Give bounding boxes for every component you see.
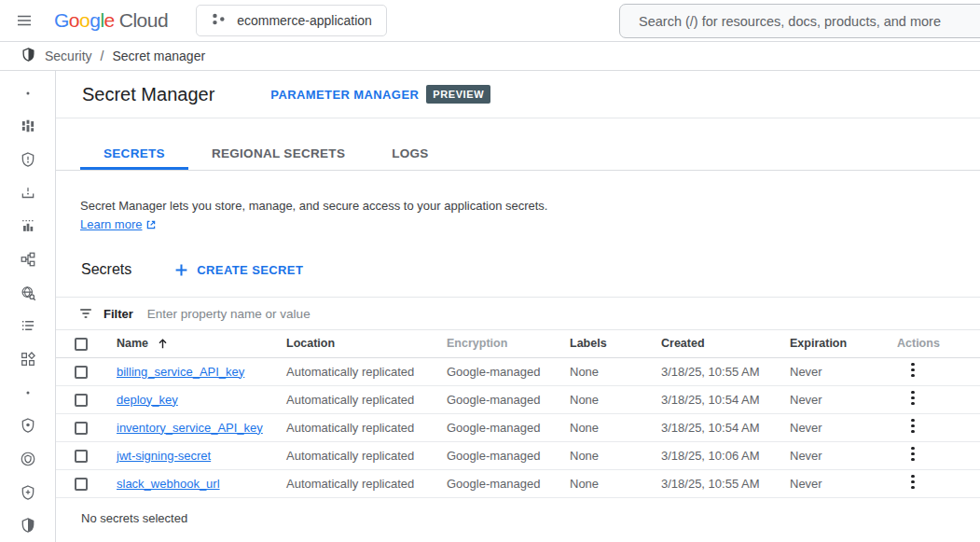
cell-location: Automatically replicated	[273, 357, 434, 385]
secret-name-link[interactable]: deploy_key	[117, 393, 178, 407]
table-row: billing_service_API_key Automatically re…	[56, 357, 980, 385]
row-actions-menu-icon[interactable]	[905, 387, 920, 410]
row-checkbox[interactable]	[75, 422, 88, 435]
cell-encryption: Google-managed	[434, 357, 557, 385]
table-row: slack_webhook_url Automatically replicat…	[56, 469, 980, 497]
column-header-expiration[interactable]: Expiration	[777, 330, 884, 357]
row-checkbox[interactable]	[75, 394, 88, 407]
filter-bar: Filter	[56, 298, 980, 330]
cell-labels: None	[557, 469, 648, 497]
secret-name-link[interactable]: billing_service_API_key	[117, 365, 244, 379]
external-link-icon	[145, 219, 157, 230]
cell-expiration: Never	[777, 357, 884, 385]
secret-name-link[interactable]: slack_webhook_url	[117, 477, 220, 491]
cell-labels: None	[557, 441, 648, 469]
nav-overview-blocks-icon[interactable]	[0, 110, 56, 144]
project-selector-label: ecommerce-application	[237, 13, 372, 28]
column-header-encryption: Encryption	[434, 330, 557, 357]
column-header-actions: Actions	[884, 330, 980, 357]
row-actions-menu-icon[interactable]	[905, 471, 920, 493]
cell-created: 3/18/25, 10:54 AM	[648, 413, 777, 441]
column-header-labels[interactable]: Labels	[557, 330, 648, 357]
tab-secrets[interactable]: SECRETS	[80, 137, 188, 170]
learn-more-link[interactable]: Learn more	[80, 215, 157, 234]
column-header-location[interactable]: Location	[273, 330, 434, 357]
cell-labels: None	[557, 413, 648, 441]
create-secret-label: CREATE SECRET	[197, 263, 303, 277]
cell-location: Automatically replicated	[273, 441, 434, 469]
table-row: deploy_key Automatically replicated Goog…	[56, 385, 980, 413]
tab-bar: SECRETS REGIONAL SECRETS LOGS	[56, 137, 980, 171]
tab-regional-secrets[interactable]: REGIONAL SECRETS	[188, 137, 368, 170]
global-search[interactable]	[619, 4, 980, 38]
tab-logs[interactable]: LOGS	[368, 137, 451, 170]
cell-created: 3/18/25, 10:54 AM	[648, 385, 777, 413]
preview-badge: PREVIEW	[426, 85, 490, 104]
column-header-created[interactable]: Created	[648, 330, 777, 357]
nav-dot-icon-2[interactable]	[0, 376, 56, 410]
cell-created: 3/18/25, 10:55 AM	[648, 357, 777, 385]
create-secret-button[interactable]: CREATE SECRET	[174, 263, 303, 277]
cell-created: 3/18/25, 10:55 AM	[648, 469, 777, 497]
nav-shield-alert-icon[interactable]	[0, 143, 56, 176]
cell-expiration: Never	[777, 413, 884, 441]
selection-status: No secrets selected	[81, 511, 980, 525]
nav-category-icon[interactable]	[0, 342, 56, 376]
filter-label: Filter	[104, 307, 133, 321]
table-row: jwt-signing-secret Automatically replica…	[56, 441, 980, 469]
intro-text: Secret Manager lets you store, manage, a…	[80, 197, 980, 215]
nav-list-icon[interactable]	[0, 309, 56, 342]
filter-icon	[78, 306, 93, 321]
secret-name-link[interactable]: jwt-signing-secret	[117, 449, 211, 463]
cell-encryption: Google-managed	[434, 469, 557, 497]
page-title: Secret Manager	[82, 84, 214, 105]
left-nav-rail	[0, 71, 56, 542]
page-header: Secret Manager PARAMETER MANAGER PREVIEW	[56, 71, 980, 118]
intro-text-block: Secret Manager lets you store, manage, a…	[80, 197, 980, 234]
breadcrumb-section[interactable]: Security	[45, 49, 92, 63]
secrets-section-header: Secrets CREATE SECRET	[81, 258, 980, 281]
breadcrumb: Security / Secret manager	[0, 42, 980, 71]
parameter-manager-link[interactable]: PARAMETER MANAGER	[270, 88, 419, 102]
nav-network-icon[interactable]	[0, 243, 56, 276]
global-search-input[interactable]	[620, 14, 980, 29]
nav-bar-chart-icon[interactable]	[0, 210, 56, 243]
nav-shield-dot-icon[interactable]	[0, 409, 56, 442]
cell-labels: None	[557, 385, 648, 413]
cell-location: Automatically replicated	[273, 469, 434, 497]
nav-web-scanner-icon[interactable]	[0, 276, 56, 310]
plus-icon	[174, 263, 188, 277]
nav-shield-circle-icon[interactable]	[0, 442, 56, 476]
select-all-checkbox[interactable]	[75, 338, 88, 351]
cell-location: Automatically replicated	[273, 413, 434, 441]
google-cloud-logo[interactable]: Google Cloud	[54, 9, 168, 32]
security-shield-icon	[21, 47, 36, 65]
filter-input[interactable]	[147, 307, 980, 321]
nav-shield-half-icon[interactable]	[0, 508, 56, 542]
breadcrumb-page: Secret manager	[112, 49, 205, 63]
learn-more-label: Learn more	[80, 215, 142, 234]
secret-name-link[interactable]: inventory_service_API_key	[117, 421, 263, 435]
secrets-table-card: Filter Name Location Encry	[56, 297, 980, 498]
row-checkbox[interactable]	[75, 366, 88, 379]
breadcrumb-separator: /	[101, 49, 104, 63]
row-actions-menu-icon[interactable]	[905, 415, 920, 438]
nav-tray-alert-icon[interactable]	[0, 176, 56, 210]
row-actions-menu-icon[interactable]	[905, 443, 920, 466]
column-name-label: Name	[117, 337, 148, 350]
project-selector[interactable]: ecommerce-application	[196, 5, 387, 36]
main-content: Secret Manager PARAMETER MANAGER PREVIEW…	[56, 71, 980, 542]
row-actions-menu-icon[interactable]	[905, 359, 920, 382]
cell-labels: None	[557, 357, 648, 385]
nav-dot-icon[interactable]	[0, 76, 56, 110]
row-checkbox[interactable]	[75, 450, 88, 463]
top-app-bar: Google Cloud ecommerce-application	[0, 0, 980, 42]
row-checkbox[interactable]	[75, 478, 88, 491]
google-logo-letters: Google	[54, 9, 115, 32]
table-header-row: Name Location Encryption Labels Created …	[56, 330, 980, 357]
menu-icon[interactable]	[15, 11, 34, 30]
secrets-table-body: billing_service_API_key Automatically re…	[56, 357, 980, 497]
column-header-name[interactable]: Name	[104, 330, 273, 357]
secrets-heading: Secrets	[81, 261, 131, 278]
nav-shield-plus-icon[interactable]	[0, 476, 56, 509]
